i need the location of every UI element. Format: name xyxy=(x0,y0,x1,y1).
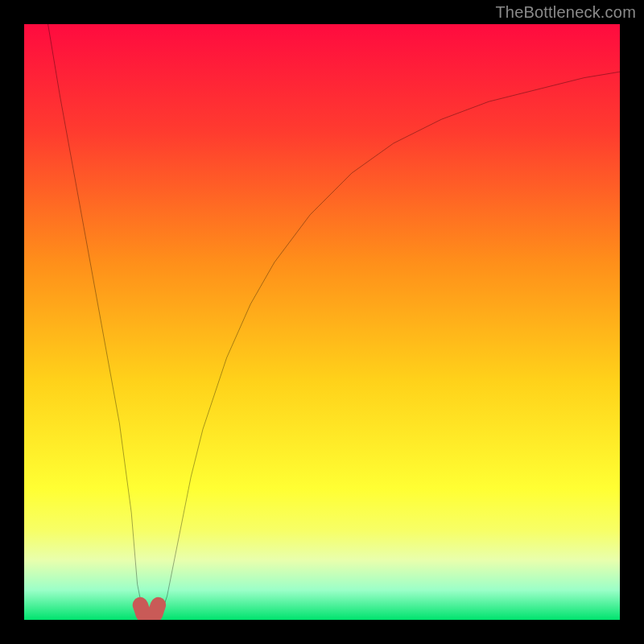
gradient-background xyxy=(24,24,620,620)
watermark-label: TheBottleneck.com xyxy=(495,3,636,22)
bottleneck-chart xyxy=(24,24,620,620)
chart-frame: TheBottleneck.com xyxy=(0,0,644,644)
